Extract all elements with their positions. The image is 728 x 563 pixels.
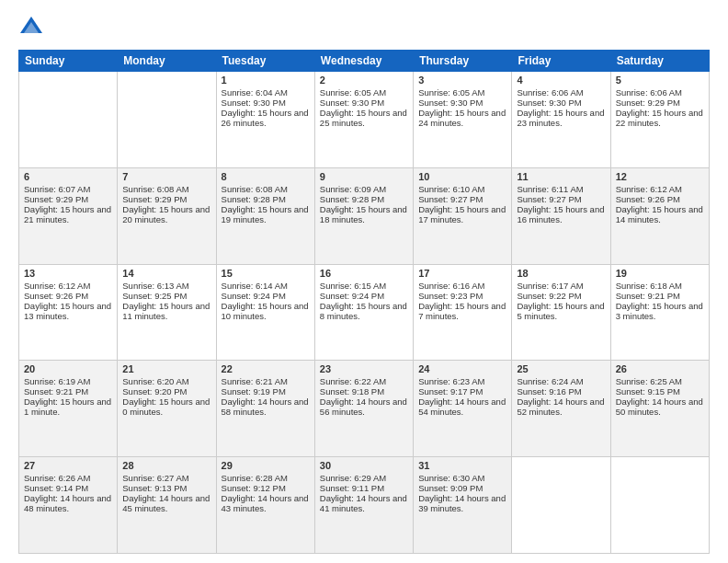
logo xyxy=(18,15,48,40)
sunrise-text: Sunrise: 6:05 AM xyxy=(418,87,506,98)
daylight-text: Daylight: 15 hours and 8 minutes. xyxy=(320,301,408,321)
day-number: 20 xyxy=(24,363,112,374)
sunset-text: Sunset: 9:19 PM xyxy=(222,386,310,396)
sunset-text: Sunset: 9:28 PM xyxy=(222,194,310,204)
sunset-text: Sunset: 9:12 PM xyxy=(222,483,310,493)
sunrise-text: Sunrise: 6:29 AM xyxy=(320,473,408,483)
daylight-text: Daylight: 14 hours and 50 minutes. xyxy=(616,396,704,417)
sunset-text: Sunset: 9:29 PM xyxy=(616,98,704,108)
daylight-text: Daylight: 15 hours and 7 minutes. xyxy=(418,301,506,321)
sunset-text: Sunset: 9:24 PM xyxy=(320,291,408,301)
day-number: 3 xyxy=(418,75,506,86)
calendar-week-row: 1Sunrise: 6:04 AMSunset: 9:30 PMDaylight… xyxy=(19,72,710,168)
day-number: 4 xyxy=(517,75,605,86)
sunset-text: Sunset: 9:25 PM xyxy=(122,291,210,301)
sunrise-text: Sunrise: 6:23 AM xyxy=(418,376,506,386)
sunset-text: Sunset: 9:21 PM xyxy=(24,386,112,396)
calendar-cell: 18Sunrise: 6:17 AMSunset: 9:22 PMDayligh… xyxy=(512,264,610,361)
sunrise-text: Sunrise: 6:25 AM xyxy=(616,376,704,386)
sunrise-text: Sunrise: 6:06 AM xyxy=(517,87,605,98)
sunset-text: Sunset: 9:11 PM xyxy=(320,483,408,493)
daylight-text: Daylight: 15 hours and 10 minutes. xyxy=(222,301,310,321)
calendar-cell: 9Sunrise: 6:09 AMSunset: 9:28 PMDaylight… xyxy=(314,167,413,264)
daylight-text: Daylight: 15 hours and 25 minutes. xyxy=(320,108,408,128)
header xyxy=(18,15,710,40)
calendar-header-wednesday: Wednesday xyxy=(314,51,413,72)
daylight-text: Daylight: 14 hours and 41 minutes. xyxy=(320,493,408,513)
calendar-cell: 10Sunrise: 6:10 AMSunset: 9:27 PMDayligh… xyxy=(414,167,512,264)
daylight-text: Daylight: 14 hours and 45 minutes. xyxy=(122,493,210,513)
sunrise-text: Sunrise: 6:14 AM xyxy=(222,281,310,291)
daylight-text: Daylight: 15 hours and 11 minutes. xyxy=(122,301,210,321)
sunrise-text: Sunrise: 6:06 AM xyxy=(616,87,704,98)
day-number: 29 xyxy=(222,460,310,471)
calendar-cell: 26Sunrise: 6:25 AMSunset: 9:15 PMDayligh… xyxy=(610,361,709,457)
day-number: 30 xyxy=(320,460,408,471)
daylight-text: Daylight: 15 hours and 17 minutes. xyxy=(418,204,506,224)
day-number: 24 xyxy=(418,363,506,374)
sunset-text: Sunset: 9:20 PM xyxy=(122,386,210,396)
sunrise-text: Sunrise: 6:10 AM xyxy=(418,184,506,194)
daylight-text: Daylight: 14 hours and 43 minutes. xyxy=(222,493,310,513)
sunrise-text: Sunrise: 6:22 AM xyxy=(320,376,408,386)
daylight-text: Daylight: 15 hours and 23 minutes. xyxy=(517,108,605,128)
calendar-cell: 15Sunrise: 6:14 AMSunset: 9:24 PMDayligh… xyxy=(216,264,314,361)
sunset-text: Sunset: 9:22 PM xyxy=(517,291,605,301)
sunset-text: Sunset: 9:15 PM xyxy=(616,386,704,396)
sunrise-text: Sunrise: 6:08 AM xyxy=(122,184,210,194)
calendar-cell: 20Sunrise: 6:19 AMSunset: 9:21 PMDayligh… xyxy=(19,361,118,457)
day-number: 10 xyxy=(418,171,506,182)
calendar-week-row: 13Sunrise: 6:12 AMSunset: 9:26 PMDayligh… xyxy=(19,264,710,361)
calendar-cell xyxy=(19,72,118,168)
daylight-text: Daylight: 15 hours and 24 minutes. xyxy=(418,108,506,128)
calendar-cell: 4Sunrise: 6:06 AMSunset: 9:30 PMDaylight… xyxy=(512,72,610,168)
sunset-text: Sunset: 9:16 PM xyxy=(517,386,605,396)
calendar-cell: 30Sunrise: 6:29 AMSunset: 9:11 PMDayligh… xyxy=(314,457,413,554)
sunset-text: Sunset: 9:30 PM xyxy=(222,98,310,108)
sunrise-text: Sunrise: 6:09 AM xyxy=(320,184,408,194)
sunset-text: Sunset: 9:14 PM xyxy=(24,483,112,493)
calendar-cell: 13Sunrise: 6:12 AMSunset: 9:26 PMDayligh… xyxy=(19,264,118,361)
calendar-cell: 29Sunrise: 6:28 AMSunset: 9:12 PMDayligh… xyxy=(216,457,314,554)
calendar-cell xyxy=(512,457,610,554)
calendar-header-monday: Monday xyxy=(118,51,216,72)
calendar-header-thursday: Thursday xyxy=(414,51,512,72)
sunrise-text: Sunrise: 6:26 AM xyxy=(24,473,112,483)
day-number: 28 xyxy=(122,460,210,471)
sunrise-text: Sunrise: 6:12 AM xyxy=(616,184,704,194)
sunset-text: Sunset: 9:18 PM xyxy=(320,386,408,396)
daylight-text: Daylight: 15 hours and 13 minutes. xyxy=(24,301,112,321)
daylight-text: Daylight: 15 hours and 22 minutes. xyxy=(616,108,704,128)
daylight-text: Daylight: 14 hours and 39 minutes. xyxy=(418,493,506,513)
sunrise-text: Sunrise: 6:11 AM xyxy=(517,184,605,194)
day-number: 14 xyxy=(122,268,210,279)
calendar-cell: 19Sunrise: 6:18 AMSunset: 9:21 PMDayligh… xyxy=(610,264,709,361)
sunrise-text: Sunrise: 6:07 AM xyxy=(24,184,112,194)
calendar-cell xyxy=(610,457,709,554)
day-number: 12 xyxy=(616,171,704,182)
sunrise-text: Sunrise: 6:15 AM xyxy=(320,281,408,291)
calendar-cell: 2Sunrise: 6:05 AMSunset: 9:30 PMDaylight… xyxy=(314,72,413,168)
calendar-cell: 5Sunrise: 6:06 AMSunset: 9:29 PMDaylight… xyxy=(610,72,709,168)
calendar-week-row: 6Sunrise: 6:07 AMSunset: 9:29 PMDaylight… xyxy=(19,167,710,264)
daylight-text: Daylight: 14 hours and 58 minutes. xyxy=(222,396,310,417)
daylight-text: Daylight: 15 hours and 21 minutes. xyxy=(24,204,112,224)
daylight-text: Daylight: 15 hours and 3 minutes. xyxy=(616,301,704,321)
daylight-text: Daylight: 15 hours and 26 minutes. xyxy=(222,108,310,128)
calendar-cell: 14Sunrise: 6:13 AMSunset: 9:25 PMDayligh… xyxy=(118,264,216,361)
calendar-cell: 1Sunrise: 6:04 AMSunset: 9:30 PMDaylight… xyxy=(216,72,314,168)
day-number: 19 xyxy=(616,268,704,279)
calendar-cell: 8Sunrise: 6:08 AMSunset: 9:28 PMDaylight… xyxy=(216,167,314,264)
daylight-text: Daylight: 15 hours and 16 minutes. xyxy=(517,204,605,224)
daylight-text: Daylight: 15 hours and 18 minutes. xyxy=(320,204,408,224)
calendar-week-row: 20Sunrise: 6:19 AMSunset: 9:21 PMDayligh… xyxy=(19,361,710,457)
calendar-cell: 25Sunrise: 6:24 AMSunset: 9:16 PMDayligh… xyxy=(512,361,610,457)
calendar-header-friday: Friday xyxy=(512,51,610,72)
sunrise-text: Sunrise: 6:20 AM xyxy=(122,376,210,386)
calendar-header-saturday: Saturday xyxy=(610,51,709,72)
sunrise-text: Sunrise: 6:30 AM xyxy=(418,473,506,483)
sunset-text: Sunset: 9:26 PM xyxy=(24,291,112,301)
day-number: 11 xyxy=(517,171,605,182)
daylight-text: Daylight: 14 hours and 54 minutes. xyxy=(418,396,506,417)
sunset-text: Sunset: 9:17 PM xyxy=(418,386,506,396)
